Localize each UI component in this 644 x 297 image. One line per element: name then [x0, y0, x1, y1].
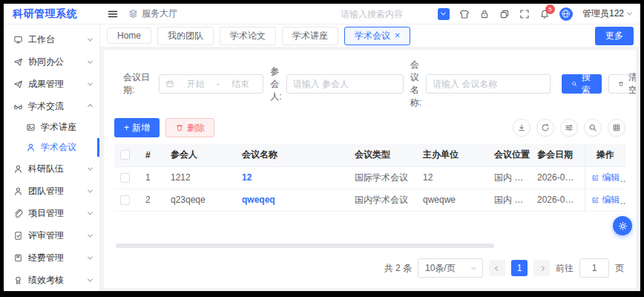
row-checkbox[interactable] [120, 195, 130, 205]
conference-table: # 参会人 会议名称 会议类型 主办单位 会议位置 参会日期 操作 [114, 144, 625, 212]
select-all-checkbox[interactable] [120, 150, 130, 160]
page-unit-label: 页 [615, 262, 624, 275]
fullscreen-icon[interactable] [519, 9, 530, 19]
edit-icon [591, 196, 599, 204]
cell-date: 2026-02-10 [531, 189, 585, 211]
header-actions: 5 管理员122 [341, 7, 640, 21]
cell-location: 国内 (D... [488, 189, 531, 211]
table-row: 1 1212 12 国际学术会议 12 国内 (D... 2026-02-26 [114, 166, 625, 189]
sidebar-item-label: 学术讲座 [41, 121, 76, 134]
sidebar-item-achievements[interactable]: 成果管理 [4, 73, 99, 95]
sidebar-item-funding-management[interactable]: 经费管理 [4, 247, 99, 269]
close-icon[interactable]: × [395, 31, 400, 40]
gear-icon [618, 221, 628, 231]
hall-icon [128, 9, 138, 19]
content-card: 会议日期: 开始 - 结束 参会人: [104, 50, 636, 288]
tab-academic-papers[interactable]: 学术论文 [220, 27, 276, 45]
sidebar-item-label: 评审管理 [28, 229, 64, 242]
lock-icon[interactable] [479, 9, 490, 19]
doc-check-icon [13, 231, 23, 241]
conference-name-input[interactable] [426, 74, 551, 94]
avatar[interactable] [559, 7, 573, 21]
edit-button[interactable]: 编辑 [591, 172, 620, 184]
cell-organizer: qweqwe [417, 189, 488, 211]
clear-button[interactable]: 清空 [608, 74, 636, 94]
delete-button-label: 删除 [187, 122, 205, 134]
prev-page-button[interactable] [489, 260, 505, 276]
horizontal-scrollbar[interactable] [116, 244, 494, 248]
cell-attendee: q23qeqe [165, 189, 236, 211]
current-page-button[interactable]: 1 [511, 260, 528, 276]
copy-icon[interactable] [499, 9, 510, 19]
tab-my-team[interactable]: 我的团队 [157, 27, 214, 45]
chevron-down-icon [627, 10, 632, 16]
tab-academic-conference[interactable]: 学术会议 × [344, 27, 410, 45]
conference-name-link[interactable]: qweqeq [242, 195, 275, 205]
col-organizer: 主办单位 [417, 144, 488, 166]
next-page-button[interactable] [533, 260, 550, 276]
tab-home[interactable]: Home [107, 27, 151, 44]
calendar-icon [165, 79, 174, 88]
sidebar-item-research-team[interactable]: 科研队伍 [4, 157, 99, 180]
cell-index: 1 [139, 166, 165, 189]
sidebar-item-label: 团队管理 [28, 185, 64, 198]
notification-badge: 5 [545, 4, 555, 14]
user-menu[interactable]: 管理员122 [582, 7, 631, 20]
delete-button[interactable]: 删除 [165, 118, 214, 137]
conference-name-link[interactable]: 12 [242, 172, 252, 183]
attendee-input[interactable] [286, 74, 404, 94]
workbench-icon [13, 35, 23, 45]
row-checkbox[interactable] [120, 173, 130, 183]
header-search-input[interactable] [341, 9, 428, 19]
chevron-down-icon [88, 80, 93, 85]
breadcrumb[interactable]: 服务大厅 [128, 7, 177, 20]
page-size-select[interactable]: 10条/页 [418, 258, 483, 278]
app-window: 科研管理系统 服务大厅 [4, 4, 640, 291]
tab-label: 学术论文 [230, 30, 266, 42]
edit-label: 编辑 [602, 172, 620, 184]
add-button[interactable]: + 新增 [114, 118, 160, 137]
sidebar-item-label: 项目管理 [28, 207, 64, 220]
breadcrumb-label: 服务大厅 [142, 7, 177, 20]
table-container: # 参会人 会议名称 会议类型 主办单位 会议位置 参会日期 操作 [114, 144, 625, 251]
chevron-down-icon [88, 187, 93, 192]
edit-button[interactable]: 编辑 [591, 194, 620, 206]
hamburger-icon[interactable] [108, 9, 118, 19]
clear-button-label: 清空 [627, 71, 636, 97]
chevron-down-icon [88, 209, 93, 215]
settings-fab[interactable] [613, 216, 632, 235]
sidebar-item-academic-conference[interactable]: 学术会议 [4, 137, 99, 157]
checkbox-icon[interactable] [438, 8, 450, 20]
date-range-picker[interactable]: 开始 - 结束 [159, 74, 263, 94]
sidebar-item-project-management[interactable]: 项目管理 [4, 202, 99, 224]
sidebar-item-performance-review[interactable]: 绩效考核 [4, 269, 99, 291]
chevron-down-icon [88, 58, 93, 63]
sidebar-item-workbench[interactable]: 工作台 [4, 28, 99, 50]
add-button-label: 新增 [132, 122, 150, 134]
download-icon[interactable] [513, 119, 530, 137]
screenshot-frame: 科研管理系统 服务大厅 [0, 0, 644, 297]
image-icon [26, 123, 36, 132]
refresh-icon[interactable] [536, 119, 554, 137]
pagination-total: 共 2 条 [384, 262, 412, 275]
grid-icon[interactable] [608, 119, 625, 137]
table-row: 2 q23qeqe qweqeq 国内学术会议 qweqwe 国内 (D... … [114, 189, 625, 211]
sidebar-item-label: 成果管理 [28, 78, 64, 91]
sidebar-item-team-management[interactable]: 团队管理 [4, 180, 99, 202]
tab-academic-lecture[interactable]: 学术讲座 [282, 27, 338, 45]
sidebar-item-academic-exchange[interactable]: 学术交流 [4, 95, 99, 117]
sidebar-item-academic-lecture[interactable]: 学术讲座 [4, 117, 99, 137]
goto-page-input[interactable] [579, 258, 609, 278]
tshirt-icon[interactable] [459, 9, 470, 19]
more-button[interactable]: 更多 [595, 27, 634, 45]
sidebar-item-review-management[interactable]: 评审管理 [4, 224, 99, 247]
search-button-label: 搜索 [580, 71, 592, 97]
tab-label: 学术讲座 [292, 30, 328, 42]
cell-date: 2026-02-26 [531, 166, 585, 189]
sliders-icon[interactable] [560, 119, 578, 137]
chevron-down-icon [471, 264, 476, 270]
bell-icon[interactable]: 5 [539, 9, 550, 19]
search-icon[interactable] [584, 119, 602, 137]
sidebar-item-collab-office[interactable]: 协同办公 [4, 50, 99, 73]
search-button[interactable]: 搜索 [562, 74, 602, 94]
